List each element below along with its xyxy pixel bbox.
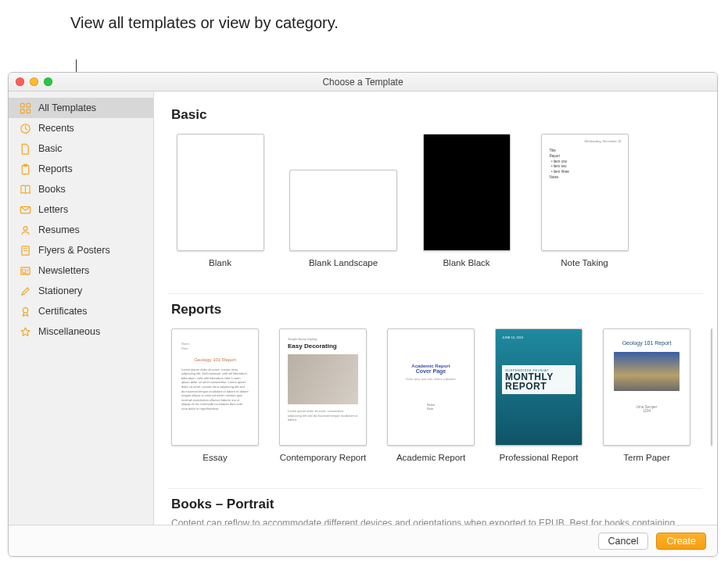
sidebar-item-flyers-posters[interactable]: Flyers & Posters [9,240,153,260]
sidebar-item-label: Flyers & Posters [38,245,110,256]
sidebar-item-label: Recents [38,123,74,134]
template-content-pane[interactable]: Basic Blank Blank Landscape Blank Black [154,91,717,525]
sidebar-item-label: Reports [38,163,73,174]
sidebar-item-stationery[interactable]: Stationery [9,281,153,301]
section-title-reports: Reports [171,302,703,317]
svg-rect-1 [27,103,30,107]
svg-rect-3 [27,109,30,113]
template-tile-note-taking[interactable]: Wednesday, December 10 TitleReport • ite… [536,134,633,279]
sidebar-item-resumes[interactable]: Resumes [9,220,153,240]
reports-row: NameDate Geology 101 Report Lorem ipsum … [168,325,703,489]
sidebar-item-label: Books [38,184,66,195]
sidebar-item-label: Letters [38,204,68,215]
person-icon [20,224,31,236]
close-window-button[interactable] [16,77,24,86]
clipboard-icon [20,163,31,175]
template-tile-academic-report[interactable]: Academic Report Cover Page Dolor ipsa qu… [387,328,475,474]
svg-point-8 [23,226,27,230]
template-label: Note Taking [561,257,608,279]
pencil-icon [20,285,31,297]
basic-row: Blank Blank Landscape Blank Black Wednes… [168,131,703,294]
svg-rect-0 [20,103,24,107]
create-button[interactable]: Create [656,533,706,550]
svg-point-11 [23,307,27,312]
window-controls [16,77,52,86]
sidebar-item-books[interactable]: Books [9,179,153,199]
cancel-button[interactable]: Cancel [598,533,649,550]
sidebar-item-recents[interactable]: Recents [9,118,153,138]
template-thumb: Academic Report Cover Page Dolor ipsa qu… [387,328,475,446]
template-thumb: Geology 101 Report Urna Semper1234 [603,328,690,446]
template-tile-blank-black[interactable]: Blank Black [418,134,515,279]
titlebar: Choose a Template [9,73,717,91]
dialog-footer: Cancel Create [9,525,717,556]
template-thumb: Simple Home Styling Easy Decorating Lore… [279,328,367,446]
category-sidebar: All Templates Recents Basic Reports [9,91,154,525]
callout-text: View all templates or view by category. [70,13,339,34]
template-tile-term-paper[interactable]: Geology 101 Report Urna Semper1234 Term … [603,328,690,474]
window-title: Choose a Template [9,77,717,88]
template-label: Blank [209,257,231,279]
template-tile-partial[interactable] [711,328,712,446]
sidebar-item-label: Newsletters [38,265,89,276]
template-label: Term Paper [623,452,669,474]
template-thumb: Wednesday, December 10 TitleReport • ite… [541,134,629,251]
template-label: Blank Landscape [309,257,378,279]
template-thumb [289,170,397,251]
zoom-window-button[interactable] [44,77,52,86]
ribbon-icon [20,306,31,317]
news-icon [20,265,31,277]
sidebar-item-miscellaneous[interactable]: Miscellaneous [9,321,153,342]
sidebar-item-label: Resumes [38,224,80,235]
sidebar-item-label: Basic [38,143,63,154]
template-thumb: NameDate Geology 101 Report Lorem ipsum … [171,328,259,446]
template-label: Professional Report [500,452,579,474]
template-label: Contemporary Report [280,452,367,474]
template-tile-essay[interactable]: NameDate Geology 101 Report Lorem ipsum … [171,328,259,474]
template-tile-professional-report[interactable]: JUNE 10, 2019 SUSPENDISSE FEUGIAT MONTHL… [495,328,583,474]
sidebar-item-letters[interactable]: Letters [9,199,153,220]
sidebar-item-label: Certificates [38,306,88,317]
poster-icon [20,245,31,257]
template-thumb [423,134,511,251]
svg-rect-2 [20,109,24,113]
doc-icon [20,143,31,155]
sidebar-item-all-templates[interactable]: All Templates [9,98,153,118]
template-tile-contemporary-report[interactable]: Simple Home Styling Easy Decorating Lore… [279,328,367,474]
sidebar-item-label: All Templates [38,102,96,113]
template-chooser-window: Choose a Template All Templates Recents [8,72,718,557]
template-tile-blank-landscape[interactable]: Blank Landscape [289,134,397,279]
sidebar-item-label: Miscellaneous [38,326,100,337]
section-description-books: Content can reflow to accommodate differ… [171,517,703,525]
sidebar-item-certificates[interactable]: Certificates [9,301,153,321]
sidebar-item-newsletters[interactable]: Newsletters [9,260,153,281]
sidebar-item-label: Stationery [38,285,82,296]
minimize-window-button[interactable] [30,77,38,86]
section-title-books-portrait: Books – Portrait [171,497,703,512]
sidebar-item-basic[interactable]: Basic [9,138,153,159]
star-icon [20,326,31,338]
template-tile-blank[interactable]: Blank [171,134,269,279]
book-icon [20,184,31,196]
template-label: Essay [203,452,227,474]
section-title-basic: Basic [171,107,703,123]
template-label: Blank Black [443,257,490,279]
grid-icon [20,102,31,114]
sidebar-item-reports[interactable]: Reports [9,159,153,179]
template-thumb: JUNE 10, 2019 SUSPENDISSE FEUGIAT MONTHL… [495,328,583,446]
clock-icon [20,123,31,135]
template-thumb [177,134,264,251]
template-label: Academic Report [396,452,465,474]
envelope-icon [20,204,31,216]
